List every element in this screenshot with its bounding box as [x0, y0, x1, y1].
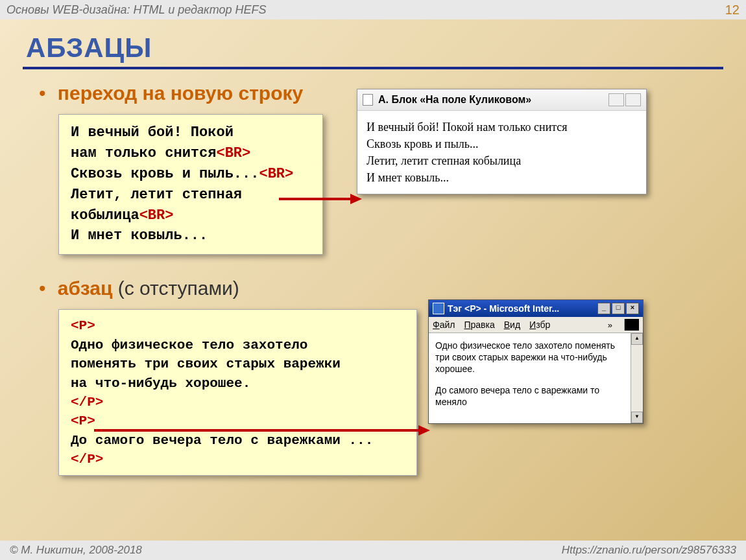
- top-bar: Основы WEB-дизайна: HTML и редактор HEFS…: [0, 0, 746, 19]
- tab-action-icons: [608, 93, 641, 106]
- p-tag: <P>: [71, 316, 405, 335]
- footer-left: © М. Никитин, 2008-2018: [10, 544, 142, 557]
- br-tag: <BR>: [139, 207, 174, 224]
- footer: © М. Никитин, 2008-2018 Https://znanio.r…: [0, 541, 746, 560]
- maximize-button[interactable]: □: [612, 303, 625, 314]
- preview1-line: И мнет ковыль...: [367, 169, 637, 186]
- arrow-2: [94, 424, 431, 437]
- preview1-line: И вечный бой! Покой нам только снится: [367, 119, 637, 135]
- br-tag: <BR>: [259, 166, 293, 182]
- p-tag: </P>: [71, 450, 405, 469]
- preview2-body: Одно физическое тело захотело поменять т…: [429, 333, 631, 423]
- section-2: • абзац (с отступами) <P> Одно физическо…: [39, 277, 720, 476]
- close-button[interactable]: ×: [626, 303, 639, 314]
- preview1-tab-title: А. Блок «На поле Куликовом»: [378, 94, 531, 106]
- content-area: • переход на новую строку И вечный бой! …: [0, 69, 746, 476]
- code-line: Летит, летит степная: [71, 187, 242, 203]
- code-box-br: И вечный бой! Покой нам только снится<BR…: [58, 114, 323, 255]
- preview1-line: Летит, летит степная кобылица: [367, 152, 637, 169]
- footer-right: Https://znanio.ru/person/z98576333: [562, 544, 736, 557]
- preview1-body: И вечный бой! Покой нам только снится Ск…: [357, 111, 646, 194]
- bullet1-text: переход на новую строку: [58, 82, 303, 104]
- p-tag: </P>: [71, 393, 405, 412]
- scroll-up-icon[interactable]: ▲: [631, 333, 643, 345]
- code-line: И вечный бой! Покой: [71, 124, 234, 141]
- arrow-1: [279, 192, 363, 205]
- bullet-dot-icon: •: [39, 277, 46, 299]
- preview1-tab: А. Блок «На поле Куликовом»: [357, 89, 646, 111]
- menu-overflow-icon[interactable]: »: [608, 320, 612, 330]
- window-buttons: _ □ ×: [597, 303, 639, 314]
- preview2-menubar: Файл Правка Вид Избр »: [429, 317, 643, 333]
- bullet-2: • абзац (с отступами): [39, 277, 720, 299]
- dropdown-icon[interactable]: [625, 93, 641, 106]
- page-number: 12: [725, 3, 740, 18]
- svg-marker-3: [418, 425, 430, 436]
- throbber-icon: [624, 319, 639, 331]
- preview2-p2: До самого вечера тело с варежками то мен…: [435, 384, 624, 408]
- code-line: поменять три своих старых варежки: [71, 355, 405, 373]
- br-tag: <BR>: [216, 145, 250, 161]
- bullet2-rest: (с отступами): [112, 277, 239, 299]
- browser-preview-1: А. Блок «На поле Куликовом» И вечный бой…: [357, 89, 647, 194]
- page-icon: [363, 94, 373, 106]
- menu-view[interactable]: Вид: [504, 320, 520, 330]
- browser-preview-2: Тэг <P> - Microsoft Inter... _ □ × Файл …: [428, 299, 644, 424]
- bullet-dot-icon: •: [39, 82, 46, 104]
- bullet2-bold: абзац: [58, 277, 112, 299]
- home-icon[interactable]: [608, 93, 624, 106]
- preview2-p1: Одно физическое тело захотело поменять т…: [435, 340, 624, 375]
- subject-text: Основы WEB-дизайна: HTML и редактор HEFS: [6, 3, 267, 17]
- menu-edit[interactable]: Правка: [464, 320, 494, 330]
- svg-marker-1: [350, 194, 362, 204]
- ie-icon: [433, 303, 444, 314]
- preview2-window-title: Тэг <P> - Microsoft Inter...: [448, 303, 559, 314]
- code-line: Одно физическое тело захотело: [71, 336, 405, 355]
- scrollbar[interactable]: ▲ ▼: [631, 333, 643, 423]
- scroll-down-icon[interactable]: ▼: [631, 412, 643, 423]
- menu-fav[interactable]: Избр: [529, 320, 550, 330]
- preview1-line: Сквозь кровь и пыль...: [367, 135, 637, 152]
- slide-title: АБЗАЦЫ: [0, 19, 746, 67]
- code-line: И мнет ковыль...: [71, 228, 208, 244]
- code-line: на что-нибудь хорошее.: [71, 374, 405, 393]
- code-line: кобылица: [71, 207, 139, 224]
- code-line: нам только снится: [71, 145, 216, 161]
- code-line: Сквозь кровь и пыль...: [71, 166, 259, 182]
- code-box-p: <P> Одно физическое тело захотело поменя…: [58, 309, 417, 476]
- minimize-button[interactable]: _: [597, 303, 610, 314]
- preview2-titlebar: Тэг <P> - Microsoft Inter... _ □ ×: [429, 300, 643, 317]
- menu-file[interactable]: Файл: [433, 320, 455, 330]
